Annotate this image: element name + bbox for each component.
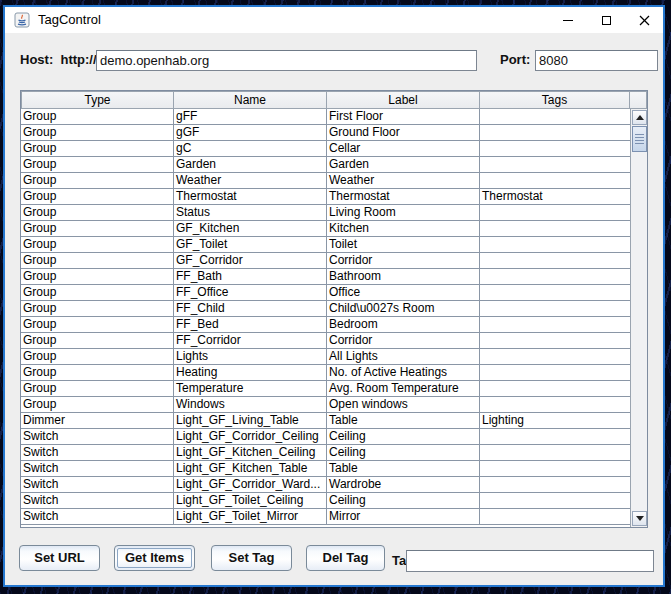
- table-cell: FF_Corridor: [174, 333, 327, 349]
- table-cell: FF_Bed: [174, 317, 327, 333]
- table-row[interactable]: GroupHeatingNo. of Active Heatings: [21, 365, 630, 381]
- table-cell: Light_GF_Corridor_Ward...: [174, 477, 327, 493]
- table-cell: Group: [21, 285, 174, 301]
- table-cell: gFF: [174, 109, 327, 125]
- table-cell: [480, 253, 630, 269]
- table-cell: Office: [327, 285, 480, 301]
- table-cell: Table: [327, 461, 480, 477]
- table-cell: Wardrobe: [327, 477, 480, 493]
- table-cell: GF_Corridor: [174, 253, 327, 269]
- table-row[interactable]: GroupGF_KitchenKitchen: [21, 221, 630, 237]
- table-cell: Group: [21, 269, 174, 285]
- table-row[interactable]: GroupFF_ChildChild\u0027s Room: [21, 301, 630, 317]
- table-row[interactable]: GroupLightsAll Lights: [21, 349, 630, 365]
- maximize-button[interactable]: [587, 7, 625, 33]
- table-row[interactable]: GroupgFFFirst Floor: [21, 109, 630, 125]
- table-row[interactable]: DimmerLight_GF_Living_TableTableLighting: [21, 413, 630, 429]
- scrollbar-thumb[interactable]: [632, 126, 647, 152]
- window-title: TagControl: [38, 7, 101, 33]
- table-cell: Ceiling: [327, 429, 480, 445]
- table-cell: [480, 125, 630, 141]
- table-cell: Avg. Room Temperature: [327, 381, 480, 397]
- table-cell: [480, 445, 630, 461]
- vertical-scrollbar[interactable]: [630, 109, 647, 527]
- table-cell: Windows: [174, 397, 327, 413]
- scroll-down-button[interactable]: [632, 511, 647, 526]
- table-cell: Ground Floor: [327, 125, 480, 141]
- table-cell: Weather: [327, 173, 480, 189]
- column-header-name[interactable]: Name: [174, 91, 327, 109]
- table-cell: [480, 157, 630, 173]
- table-cell: Group: [21, 237, 174, 253]
- table-row[interactable]: SwitchLight_GF_Corridor_CeilingCeiling: [21, 429, 630, 445]
- get-items-button[interactable]: Get Items: [114, 545, 195, 571]
- table-cell: Thermostat: [174, 189, 327, 205]
- minimize-button[interactable]: [549, 7, 587, 33]
- table-cell: Corridor: [327, 253, 480, 269]
- port-label: Port:: [500, 50, 530, 70]
- table-row[interactable]: GroupTemperatureAvg. Room Temperature: [21, 381, 630, 397]
- table-cell: Group: [21, 205, 174, 221]
- table-row[interactable]: GroupGardenGarden: [21, 157, 630, 173]
- port-input[interactable]: [535, 50, 658, 71]
- table-row[interactable]: GroupGF_CorridorCorridor: [21, 253, 630, 269]
- table-row[interactable]: GroupgCCellar: [21, 141, 630, 157]
- table-cell: [480, 173, 630, 189]
- table-cell: [480, 461, 630, 477]
- table-cell: Group: [21, 253, 174, 269]
- table-cell: [480, 237, 630, 253]
- column-header-label[interactable]: Label: [327, 91, 480, 109]
- table-row[interactable]: GroupFF_CorridorCorridor: [21, 333, 630, 349]
- table-row[interactable]: GroupgGFGround Floor: [21, 125, 630, 141]
- tag-input[interactable]: [406, 550, 654, 572]
- table-row[interactable]: GroupStatusLiving Room: [21, 205, 630, 221]
- table-cell: Light_GF_Corridor_Ceiling: [174, 429, 327, 445]
- table-cell: Kitchen: [327, 221, 480, 237]
- table-row[interactable]: SwitchLight_GF_Kitchen_TableTable: [21, 461, 630, 477]
- table-row[interactable]: GroupThermostatThermostatThermostat: [21, 189, 630, 205]
- table-cell: Corridor: [327, 333, 480, 349]
- table-cell: [480, 141, 630, 157]
- tagcontrol-window: TagControl Host: http:// Port: Type Name…: [3, 5, 665, 587]
- set-url-button[interactable]: Set URL: [19, 545, 100, 571]
- table-cell: [480, 365, 630, 381]
- column-header-type[interactable]: Type: [21, 91, 174, 109]
- set-tag-button[interactable]: Set Tag: [211, 545, 292, 571]
- table-row[interactable]: GroupWeatherWeather: [21, 173, 630, 189]
- table-cell: gC: [174, 141, 327, 157]
- table-row[interactable]: GroupFF_OfficeOffice: [21, 285, 630, 301]
- table-cell: Dimmer: [21, 413, 174, 429]
- table-cell: All Lights: [327, 349, 480, 365]
- close-button[interactable]: [625, 7, 663, 33]
- host-input[interactable]: [96, 50, 477, 71]
- table-cell: GF_Toilet: [174, 237, 327, 253]
- table-row[interactable]: GroupFF_BedBedroom: [21, 317, 630, 333]
- table-row[interactable]: GroupFF_BathBathroom: [21, 269, 630, 285]
- table-row[interactable]: SwitchLight_GF_Kitchen_CeilingCeiling: [21, 445, 630, 461]
- table-cell: Light_GF_Living_Table: [174, 413, 327, 429]
- table-cell: Switch: [21, 461, 174, 477]
- table-cell: Switch: [21, 493, 174, 509]
- table-cell: Garden: [327, 157, 480, 173]
- arrow-down-icon: [636, 516, 644, 521]
- table-cell: [480, 349, 630, 365]
- table-cell: [480, 317, 630, 333]
- table-cell: [480, 109, 630, 125]
- del-tag-button[interactable]: Del Tag: [306, 545, 385, 571]
- table-row[interactable]: SwitchLight_GF_Corridor_Ward...Wardrobe: [21, 477, 630, 493]
- table-cell: Group: [21, 333, 174, 349]
- scroll-up-button[interactable]: [632, 110, 647, 125]
- table-row[interactable]: SwitchLight_GF_Toilet_CeilingCeiling: [21, 493, 630, 509]
- title-bar[interactable]: TagControl: [5, 7, 663, 33]
- column-header-tags[interactable]: Tags: [480, 91, 630, 109]
- table-row[interactable]: GroupGF_ToiletToilet: [21, 237, 630, 253]
- table-body: GroupgFFFirst FloorGroupgGFGround FloorG…: [21, 109, 630, 525]
- table-cell: [480, 493, 630, 509]
- window-content: Host: http:// Port: Type Name Label Tags…: [5, 33, 663, 585]
- table-cell: No. of Active Heatings: [327, 365, 480, 381]
- table-row[interactable]: GroupWindowsOpen windows: [21, 397, 630, 413]
- table-cell: Group: [21, 141, 174, 157]
- table-row[interactable]: SwitchLight_GF_Toilet_MirrorMirror: [21, 509, 630, 525]
- table-cell: Open windows: [327, 397, 480, 413]
- table-cell: Mirror: [327, 509, 480, 525]
